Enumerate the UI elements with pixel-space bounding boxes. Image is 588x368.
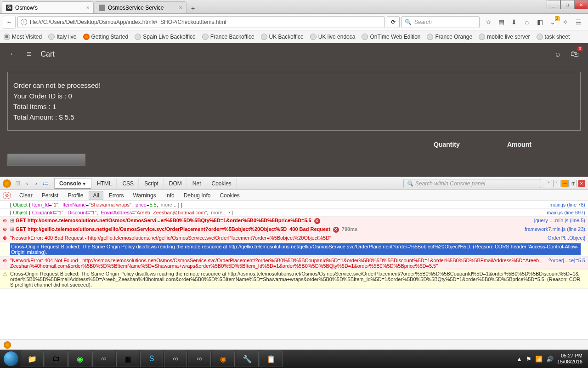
firebug-status-icon[interactable] (4, 341, 11, 349)
console-clear[interactable]: Clear (16, 191, 36, 200)
console-row[interactable]: [ Object { CoupanId="1", Discount="1", E… (0, 209, 588, 217)
devtools-down-icon[interactable]: ˅ (553, 180, 560, 187)
taskbar-skype[interactable]: S (140, 351, 163, 367)
order-amount: Total Amount : $ 5.5 (13, 113, 575, 121)
downloads-icon[interactable]: ⬇ (510, 18, 518, 26)
devtools-tab-html[interactable]: HTML (92, 178, 117, 189)
console-persist[interactable]: Persist (38, 191, 62, 200)
tray-clock[interactable]: 05:27 PM 15/08/2016 (557, 353, 582, 365)
nav-prev-icon[interactable]: ‹ (23, 179, 31, 188)
devtools-close[interactable]: ✕ (578, 180, 585, 187)
taskbar-firefox[interactable]: ◉ (212, 351, 235, 367)
addon-icon[interactable]: ✧ (561, 18, 570, 26)
bookmark-item[interactable]: UK Backoffice (261, 34, 304, 40)
tray-flag-icon[interactable]: ⚑ (526, 356, 531, 362)
bookmark-item[interactable]: Getting Started (83, 34, 129, 40)
devtools-tab-script[interactable]: Script (140, 178, 164, 189)
menu-icon[interactable]: ☰ (574, 18, 582, 26)
bookmarks-bar: ▦Most Visited Italy live Getting Started… (0, 30, 588, 43)
taskbar-vs[interactable]: ∞ (92, 351, 115, 367)
devtools-tab-cookies[interactable]: Cookies (207, 178, 237, 189)
firebug-icon[interactable] (3, 179, 11, 188)
taskbar-explorer[interactable]: 📁 (21, 351, 44, 367)
bookmark-item[interactable]: Spain Live Backoffice (135, 34, 196, 40)
devtools-tab-dom[interactable]: DOM (164, 178, 187, 189)
window-close[interactable]: ✕ (574, 0, 588, 9)
order-id: Your Order ID is : 0 (13, 92, 575, 100)
bookmark-item[interactable]: mobile live server (479, 34, 530, 40)
favicon (99, 5, 105, 11)
devtools-tabbar: �⃞ ‹ › ≔ Console HTML CSS Script DOM Net… (0, 177, 588, 190)
devtools-tab-console[interactable]: Console (54, 178, 91, 189)
window-minimize[interactable]: _ (547, 0, 560, 9)
console-filter-errors[interactable]: Errors (105, 191, 128, 200)
console-filter-all[interactable]: All (89, 191, 103, 200)
order-items: Total Items : 1 (13, 103, 575, 110)
bookmark-item[interactable]: task sheet (537, 34, 570, 40)
browser-tab[interactable]: OsmosService Service × (95, 1, 187, 13)
taskbar-notepad[interactable]: 📋 (260, 351, 283, 367)
console-row[interactable]: ⊞GET http://osmos.telemosolutions.net/Os… (0, 217, 588, 225)
console-filter-info[interactable]: Info (162, 191, 178, 200)
console-row[interactable]: Cross-Origin Request Blocked: The Same O… (0, 270, 588, 289)
taskbar: 📁 🗂 ◉ ∞ ▦ S ∞ ∞ ◉ 🔧 📋 ▲ ⚑ 📶 🔊 05:27 PM 1… (0, 350, 588, 368)
app-list-icon[interactable]: ≡ (27, 49, 32, 59)
bookmark-item[interactable]: France Orange (427, 34, 472, 40)
tray-up-icon[interactable]: ▲ (516, 356, 522, 362)
tray-network-icon[interactable]: 📶 (535, 356, 543, 362)
nav-next-icon[interactable]: › (32, 179, 40, 188)
reload-button[interactable]: ⟳ (387, 16, 400, 28)
browser-navbar: ← i file:///C:/Users/Dell/Desktop/OsmosA… (0, 14, 588, 30)
pocket-icon[interactable]: ⌄2 (548, 18, 557, 26)
devtools-popout[interactable]: ◫ (570, 180, 577, 187)
console-row[interactable]: "NetworkError: 404 Not Found - http://os… (0, 257, 588, 270)
console-filter-warnings[interactable]: Warnings (129, 191, 159, 200)
bookmark-item[interactable]: UK live endeca (310, 34, 356, 40)
tab-close-icon[interactable]: × (179, 4, 182, 11)
devtools-search[interactable]: 🔍Search within Console panel (403, 179, 541, 188)
tab-close-icon[interactable]: × (86, 4, 90, 11)
bookmark-item[interactable]: Italy live (48, 34, 76, 40)
taskbar-app2[interactable]: ▦ (116, 351, 139, 367)
taskbar-vs3[interactable]: ∞ (188, 351, 211, 367)
url-bar[interactable]: i file:///C:/Users/Dell/Desktop/OsmosApp… (17, 16, 385, 28)
tray-volume-icon[interactable]: 🔊 (546, 356, 554, 362)
cart-icon[interactable]: 🛍 0 (571, 49, 579, 59)
order-status: Order can not be processed! (13, 81, 575, 89)
app-back-icon[interactable]: ← (9, 49, 17, 59)
browser-tab[interactable]: G Osmow's × (2, 1, 94, 13)
start-button[interactable] (2, 350, 20, 368)
devtools-tab-css[interactable]: CSS (118, 178, 139, 189)
bookmark-item[interactable]: OnTime Web Edition (362, 34, 420, 40)
console-row[interactable]: Cross-Origin Request Blocked: The Same O… (0, 242, 588, 257)
nav-back-button[interactable]: ← (3, 16, 16, 29)
console-row[interactable]: ⊞GET http://gellio.telemosolutions.net/g… (0, 225, 588, 234)
site-info-icon[interactable]: i (21, 19, 27, 25)
new-tab-button[interactable]: + (187, 3, 198, 13)
reader-icon[interactable]: ▤ (497, 18, 505, 26)
taskbar-chrome[interactable]: ◉ (68, 351, 91, 367)
taskbar-app[interactable]: 🗂 (45, 351, 68, 367)
devtools-tab-net[interactable]: Net (188, 178, 206, 189)
window-maximize[interactable]: □ (560, 0, 574, 9)
home-icon[interactable]: ⌂ (523, 18, 531, 26)
search-bar[interactable]: 🔍 Search (401, 16, 480, 28)
inspect-icon[interactable]: �⃞ (14, 179, 22, 188)
console-row[interactable]: "NetworkError: 400 Bad Request - http://… (0, 234, 588, 242)
app-search-icon[interactable]: ⌕ (555, 49, 560, 59)
bookmark-star-icon[interactable]: ☆ (484, 18, 492, 26)
sidebar-icon[interactable]: ◧ (536, 18, 544, 26)
taskbar-app3[interactable]: 🔧 (236, 351, 259, 367)
devtools-minimize[interactable]: — (561, 180, 569, 187)
break-on-error-icon[interactable]: ⊘ (3, 192, 11, 199)
console-filter-cookies[interactable]: Cookies (216, 191, 243, 200)
console-profile[interactable]: Profile (64, 191, 87, 200)
bookmark-item[interactable]: France Backoffice (202, 34, 254, 40)
console-filter-debug[interactable]: Debug Info (180, 191, 215, 200)
devtools-up-icon[interactable]: ˄ (545, 180, 552, 187)
nav-list-icon[interactable]: ≔ (41, 179, 50, 188)
bookmark-item[interactable]: ▦Most Visited (4, 34, 42, 40)
taskbar-vs2[interactable]: ∞ (164, 351, 187, 367)
console-log[interactable]: [ Object { Item_Id="1", ItemName="Shawar… (0, 201, 588, 339)
console-row[interactable]: [ Object { Item_Id="1", ItemName="Shawar… (0, 201, 588, 209)
